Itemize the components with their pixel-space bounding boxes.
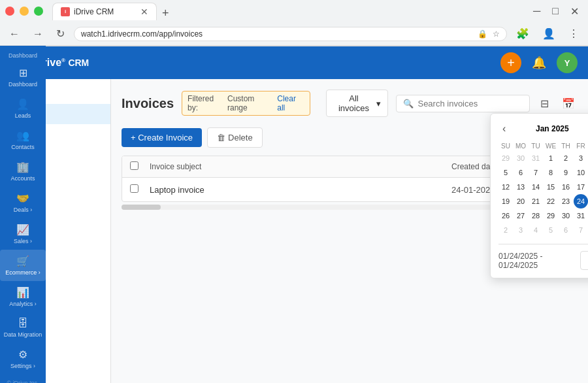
calendar-day[interactable]: 8	[544, 165, 558, 180]
restore-window-btn[interactable]: □	[548, 4, 563, 19]
sidebar-item-contacts[interactable]: 👥Contacts	[0, 124, 46, 156]
calendar-day[interactable]: 29	[498, 151, 513, 165]
calendar-prev-btn[interactable]: ‹	[498, 122, 510, 136]
calendar-cancel-btn[interactable]: Cancel	[580, 251, 588, 270]
clear-all-link[interactable]: Clear all	[277, 94, 304, 112]
sidebar-icon: 🛒	[16, 255, 29, 267]
browser-tab[interactable]: i iDrive CRM ✕	[52, 3, 157, 20]
tab-close-btn[interactable]: ✕	[140, 7, 148, 17]
calendar-day[interactable]: 30	[514, 151, 528, 165]
all-invoices-dropdown[interactable]: All invoices ▾	[326, 90, 388, 117]
create-invoice-btn[interactable]: + Create Invoice	[122, 128, 202, 147]
calendar-day[interactable]: 29	[544, 208, 558, 223]
calendar-day[interactable]: 2	[559, 151, 573, 165]
forward-btn[interactable]: →	[29, 27, 47, 41]
calendar-day[interactable]: 15	[544, 180, 558, 194]
calendar-day[interactable]: 2	[498, 223, 513, 237]
sidebar-item-deals_[interactable]: 🤝Deals ›	[0, 187, 46, 218]
menu-btn[interactable]: ⋮	[564, 26, 583, 41]
sidebar-icon: 🏢	[16, 161, 29, 173]
calendar-day[interactable]: 31	[529, 151, 543, 165]
calendar-day[interactable]: 21	[529, 194, 543, 208]
calendar-day[interactable]: 1	[544, 151, 558, 165]
sidebar-footer: © iDrive Inc.	[1, 375, 44, 383]
day-headers: SUMOTUWETHFRSA	[498, 141, 588, 151]
reload-btn[interactable]: ↻	[52, 26, 69, 41]
search-icon: 🔍	[403, 99, 414, 108]
sidebar-item-leads[interactable]: 👤Leads	[0, 93, 46, 124]
calendar-day[interactable]: 24	[574, 194, 588, 208]
sidebar-icon: 🗄	[18, 318, 28, 329]
star-icon: ☆	[493, 29, 500, 39]
calendar-day[interactable]: 9	[559, 165, 573, 180]
dropdown-chevron-icon: ▾	[376, 99, 381, 108]
sidebar-icon: 👤	[16, 98, 29, 110]
tab-title: iDrive CRM	[74, 7, 114, 16]
calendar-day[interactable]: 20	[514, 194, 528, 208]
sidebar-icon: ⚙	[18, 348, 27, 361]
day-header: FR	[574, 141, 588, 151]
calendar-day[interactable]: 31	[574, 208, 588, 223]
browser-close-btn[interactable]	[5, 7, 14, 16]
calendar-day[interactable]: 17	[574, 180, 588, 194]
sidebar-item-data_migration[interactable]: 🗄Data Migration	[0, 312, 46, 343]
calendar-toggle-btn[interactable]: 📅	[559, 95, 578, 112]
add-button[interactable]: +	[500, 52, 521, 73]
calendar-day[interactable]: 4	[529, 223, 543, 237]
delete-btn[interactable]: 🗑 Delete	[207, 127, 263, 148]
sidebar-item-settings_[interactable]: ⚙Settings ›	[0, 343, 46, 375]
extensions-btn[interactable]: 🧩	[512, 26, 533, 41]
calendar-day[interactable]: 13	[514, 180, 528, 194]
calendar-day[interactable]: 23	[559, 194, 573, 208]
calendar-day[interactable]: 12	[498, 180, 513, 194]
browser-minimize-btn[interactable]	[20, 7, 29, 16]
col-header-subject: Invoice subject	[150, 162, 451, 171]
sidebar-label: Sales ›	[14, 238, 32, 244]
calendar-day[interactable]: 5	[498, 165, 513, 180]
sidebar-item-sales_[interactable]: 📈Sales ›	[0, 218, 46, 250]
sidebar-item-ecommerce_[interactable]: 🛒Ecommerce ›	[0, 250, 46, 281]
address-bar[interactable]: watch1.idrivecrm.com/app/invoices 🔒 ☆	[74, 27, 507, 41]
calendar-day[interactable]: 7	[529, 165, 543, 180]
browser-maximize-btn[interactable]	[34, 7, 43, 16]
calendar-day[interactable]: 3	[514, 223, 528, 237]
search-box: 🔍	[396, 95, 530, 112]
calendar-day[interactable]: 6	[559, 223, 573, 237]
sidebar-label: Settings ›	[10, 363, 35, 369]
calendar-day[interactable]: 30	[559, 208, 573, 223]
calendar-day[interactable]: 19	[498, 194, 513, 208]
calendar-day[interactable]: 6	[514, 165, 528, 180]
calendar-day[interactable]: 26	[498, 208, 513, 223]
sidebar-item-accounts[interactable]: 🏢Accounts	[0, 156, 46, 187]
minimize-window-btn[interactable]: ─	[529, 4, 544, 19]
sidebar-item-dashboard[interactable]: ⊞Dashboard	[0, 79, 46, 93]
calendar-day[interactable]: 16	[559, 180, 573, 194]
search-input[interactable]	[417, 99, 527, 108]
user-avatar[interactable]: Y	[557, 52, 578, 73]
scrollbar-thumb[interactable]	[122, 205, 161, 210]
calendar-week: 567891011	[498, 165, 588, 180]
select-all-checkbox[interactable]	[130, 161, 139, 170]
calendar-day[interactable]: 28	[529, 208, 543, 223]
calendar-day[interactable]: 27	[514, 208, 528, 223]
back-btn[interactable]: ←	[5, 27, 24, 41]
sidebar-label: Analytics ›	[9, 301, 37, 307]
sidebar-label: Leads	[15, 112, 31, 119]
calendar-day[interactable]: 14	[529, 180, 543, 194]
filter-btn[interactable]: ⊟	[538, 95, 551, 112]
profile-btn[interactable]: 👤	[538, 26, 559, 41]
calendar-day[interactable]: 5	[544, 223, 558, 237]
calendar-day[interactable]: 3	[574, 151, 588, 165]
sidebar-icon: 👥	[16, 129, 29, 142]
calendar-day[interactable]: 10	[574, 165, 588, 180]
day-header: WE	[544, 141, 558, 151]
notifications-btn[interactable]: 🔔	[529, 53, 549, 73]
row-checkbox[interactable]	[130, 184, 139, 193]
close-window-btn[interactable]: ✕	[566, 4, 583, 19]
sidebar-item-analytics_[interactable]: 📊Analytics ›	[0, 281, 46, 312]
sidebar-label: Deals ›	[14, 207, 33, 213]
calendar-day[interactable]: 22	[544, 194, 558, 208]
new-tab-button[interactable]: +	[157, 7, 174, 20]
calendar-day[interactable]: 7	[574, 223, 588, 237]
calendar-week: 12131415161718	[498, 180, 588, 194]
